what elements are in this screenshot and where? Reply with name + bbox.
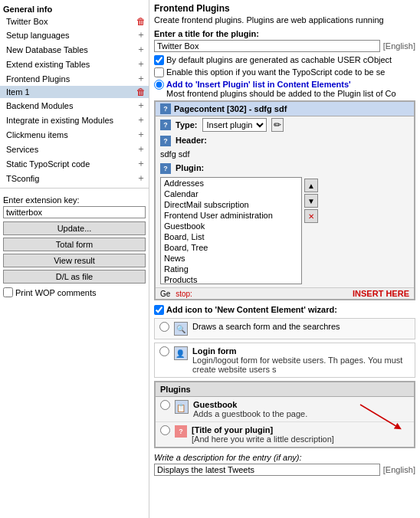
ext-key-label: Enter extension key: [3,195,146,205]
check1-checkbox[interactable] [154,55,164,65]
check2-checkbox[interactable] [154,67,164,77]
listbox-item[interactable]: Rating [161,264,301,274]
svg-text:👤: 👤 [176,349,185,359]
header-icon: ? [160,136,171,146]
radio-desc: Most frontend plugins should be added to… [166,89,396,98]
search-plugin-desc: Draws a search form and the searchres [192,322,340,331]
custom-plugin-desc: [And here you write a little description… [192,434,409,444]
add-icon-checkbox[interactable] [154,305,164,315]
plugins-section: Plugins 📋 Guestbook Adds a guestbook to … [154,381,415,448]
app-layout: General info Twitter Box 🗑 Setup languag… [0,0,420,518]
desc-field-row: [English] [154,464,415,476]
sidebar-item-services[interactable]: Services ＋ [0,142,149,156]
listbox-item[interactable]: Addresses [161,178,301,189]
update-button[interactable]: Update... [3,221,146,235]
edit-icon[interactable]: ✏ [271,118,284,132]
trash-icon: 🗑 [136,87,146,97]
guestbook-plugin-entry: 📋 Guestbook Adds a guestbook to the page… [156,397,414,422]
login-plugin-name: Login form [192,346,410,356]
sidebar-item-item1[interactable]: Item 1 🗑 [0,86,149,98]
search-plugin-entry: 🔍 Draws a search form and the searchres [154,318,415,339]
listbox-item[interactable]: Board, Tree [161,242,301,253]
insert-here-bar: Ge stop: INSERT HERE [156,287,414,299]
listbox-buttons: ▲ ▼ ✕ [304,177,318,284]
list-up-btn[interactable]: ▲ [304,179,318,192]
main-title: Frontend Plugins [154,3,415,14]
add-icon-row: Add icon to 'New Content Element' wizard… [154,305,415,315]
add-icon-label: Add icon to 'New Content Element' wizard… [166,305,337,314]
title-field-row: [English] [154,40,415,52]
plus-icon: ＋ [136,113,146,126]
title-input[interactable] [154,40,380,52]
list-down-btn[interactable]: ▼ [304,194,318,208]
sidebar-item-setup-languages[interactable]: Setup languages ＋ [0,28,149,42]
print-wop-row: Print WOP comments [3,286,146,299]
sidebar-item-extend-tables[interactable]: Extend existing Tables ＋ [0,57,149,71]
plus-icon: ＋ [136,157,146,170]
listbox-item[interactable]: Products [161,274,301,284]
plugins-header: Plugins [156,382,414,397]
plugin-panel-title: Pagecontent [302] - sdfg sdf [174,104,287,113]
sidebar-item-frontend-plugins[interactable]: Frontend Plugins ＋ [0,71,149,86]
login-plugin-entry: 👤 Login form Login/logout form for websi… [154,343,415,378]
plus-icon: ＋ [136,143,146,156]
desc-field-label: Write a description for the entry (if an… [154,453,415,462]
sidebar-title: General info [0,3,149,15]
type-select[interactable]: Insert plugin [202,118,267,132]
listbox-item[interactable]: Frontend User administration [161,210,301,221]
guestbook-radio[interactable] [160,400,170,410]
login-plugin-info: Login form Login/logout form for website… [192,346,410,374]
total-form-button[interactable]: Total form [3,238,146,251]
sidebar-item-clickmenu[interactable]: Clickmenu items ＋ [0,127,149,142]
plus-icon: ＋ [136,72,146,85]
main-content: Frontend Plugins Create frontend plugins… [149,0,420,518]
ext-key-input[interactable] [3,206,146,218]
ge-stop-area: Ge stop: [160,290,192,298]
custom-plugin-radio[interactable] [160,425,170,435]
login-plugin-radio[interactable] [159,346,169,356]
plus-icon: ＋ [136,128,146,141]
listbox-item[interactable]: Board, List [161,231,301,242]
search-plugin-radio[interactable] [159,322,169,332]
sidebar: General info Twitter Box 🗑 Setup languag… [0,0,149,518]
plugin-panel: ? Pagecontent [302] - sdfg sdf ? Type: I… [154,100,415,300]
login-plugin-desc: Login/logout form for website users. Th … [192,356,410,374]
plugin-listbox[interactable]: AddressesCalendarDirectMail subscription… [160,177,302,284]
plugin-field-label: Plugin: [176,163,204,172]
header-row: ? Header: [156,133,414,148]
desc-input[interactable] [154,464,380,476]
sidebar-item-tsconfig[interactable]: TSconfig ＋ [0,171,149,185]
custom-plugin-icon: ? [175,425,187,438]
check1-row: By default plugins are generated as cach… [154,55,415,65]
check2-row: Enable this option if you want the TypoS… [154,67,415,77]
ext-key-section: Enter extension key: Update... Total for… [0,191,149,300]
plus-icon: ＋ [136,28,146,41]
plugin-listbox-wrap: AddressesCalendarDirectMail subscription… [156,175,414,287]
plugins-title: Plugins [160,385,191,394]
sidebar-item-twitter-box[interactable]: Twitter Box 🗑 [0,15,149,28]
print-wop-checkbox[interactable] [3,287,13,297]
view-result-button[interactable]: View result [3,254,146,267]
login-plugin-icon: 👤 [174,346,188,360]
listbox-item[interactable]: DirectMail subscription [161,199,301,210]
main-desc: Create frontend plugins. Plugins are web… [154,15,415,25]
add-plugin-radio[interactable] [154,80,164,90]
sidebar-item-static-ts[interactable]: Static TypoScript code ＋ [0,156,149,171]
search-plugin-icon: 🔍 [174,322,188,336]
dl-as-file-button[interactable]: D/L as file [3,270,146,284]
sidebar-item-integrate-modules[interactable]: Integrate in existing Modules ＋ [0,113,149,127]
arrow-decoration [353,397,406,435]
list-delete-btn[interactable]: ✕ [304,209,318,223]
plugin-panel-header: ? Pagecontent [302] - sdfg sdf [156,102,414,116]
sidebar-item-backend-modules[interactable]: Backend Modules ＋ [0,98,149,113]
listbox-item[interactable]: News [161,253,301,264]
sidebar-divider [0,188,149,189]
sidebar-item-new-db-tables[interactable]: New Database Tables ＋ [0,42,149,57]
panel-icon: ? [160,103,171,114]
type-icon: ? [160,120,171,130]
plus-icon: ＋ [136,57,146,70]
listbox-item[interactable]: Calendar [161,189,301,199]
type-row: ? Type: Insert plugin ✏ [156,116,414,133]
listbox-item[interactable]: Guestbook [161,221,301,231]
radio-row: Add to 'Insert Plugin' list in Content E… [154,80,415,98]
